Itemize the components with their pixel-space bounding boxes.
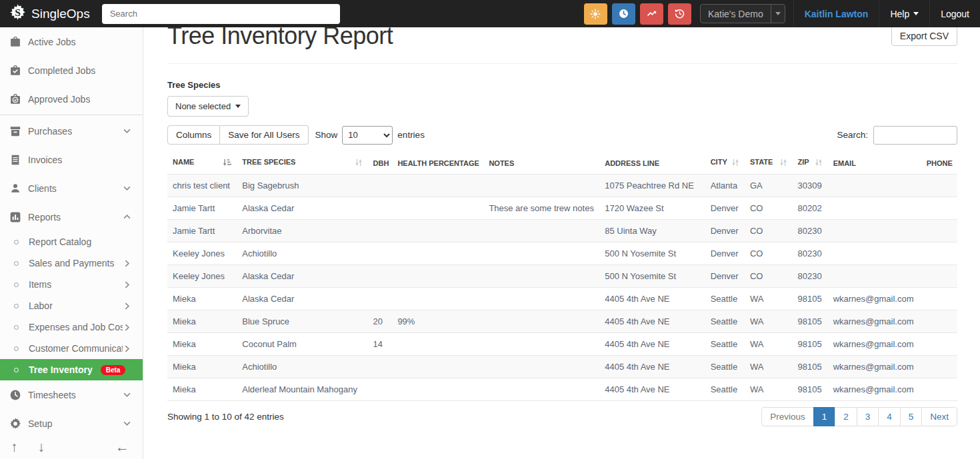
page-length-select[interactable]: 10	[342, 126, 393, 145]
sidebar-item-label: Purchases	[28, 126, 72, 137]
tree-species-filter-dropdown[interactable]: None selected	[167, 96, 249, 117]
chevron-down-icon	[123, 390, 131, 399]
clock-icon	[618, 8, 629, 19]
pagination-previous-button[interactable]: Previous	[761, 407, 814, 426]
sun-quick-button[interactable]	[584, 3, 607, 25]
collapse-sidebar-arrow-icon[interactable]: ←	[115, 439, 129, 455]
receipt-icon	[9, 154, 22, 166]
cell-zip: 98105	[793, 356, 828, 378]
cell-address-line: 500 N Yosemite St	[599, 242, 705, 265]
sidebar-item-approved-jobs[interactable]: Approved Jobs	[0, 85, 143, 113]
save-for-all-users-button[interactable]: Save for All Users	[220, 125, 308, 145]
brand-logo[interactable]: S SingleOps	[0, 4, 102, 24]
sidebar-item-label: Invoices	[28, 155, 62, 165]
entries-summary: Showing 1 to 10 of 42 entries	[167, 412, 284, 422]
pagination-page-4[interactable]: 4	[878, 407, 901, 426]
sidebar-item-items[interactable]: Items	[0, 274, 143, 295]
cell-tree-species: Big Sagebrush	[237, 175, 367, 197]
scroll-down-arrow-icon[interactable]: ↓	[38, 439, 45, 455]
column-header-zip[interactable]: ZIP	[793, 153, 828, 175]
sidebar-nav: Active JobsCompleted JobsApproved JobsPu…	[0, 27, 143, 459]
cell-state: WA	[745, 333, 793, 356]
sidebar-item-timesheets[interactable]: Timesheets	[0, 380, 143, 409]
columns-button[interactable]: Columns	[167, 125, 220, 145]
column-header-state[interactable]: STATE	[745, 153, 793, 175]
entries-label: entries	[397, 130, 425, 140]
account-caret-icon[interactable]	[771, 5, 785, 23]
cell-address-line: 85 Uinta Way	[599, 220, 705, 242]
trend-quick-button[interactable]	[640, 3, 663, 25]
global-search-input[interactable]	[102, 4, 340, 24]
sidebar-item-purchases[interactable]: Purchases	[0, 117, 143, 145]
sidebar-item-report-catalog[interactable]: Report Catalog	[0, 231, 143, 252]
pagination-page-1[interactable]: 1	[813, 407, 836, 426]
cell-tree-species: Alderleaf Mountain Mahogany	[237, 378, 367, 401]
sidebar-item-reports[interactable]: Reports	[0, 203, 143, 231]
sidebar-item-label: Labor	[29, 300, 53, 311]
bullet-icon	[14, 304, 19, 308]
cell-address-line: 1720 Wazee St	[599, 197, 705, 220]
export-csv-button[interactable]: Export CSV	[891, 26, 957, 46]
cell-state: WA	[745, 356, 793, 378]
user-profile-link[interactable]: Kaitlin Lawton	[793, 0, 879, 27]
sidebar-item-setup[interactable]: Setup	[0, 409, 143, 438]
sidebar-item-labor[interactable]: Labor	[0, 295, 143, 316]
pagination-page-3[interactable]: 3	[857, 407, 879, 426]
cell-health-percentage	[392, 197, 483, 220]
sidebar-item-active-jobs[interactable]: Active Jobs	[0, 27, 143, 56]
cell-city: Seattle	[705, 310, 745, 333]
pagination-next-button[interactable]: Next	[921, 407, 957, 426]
table-search-input[interactable]	[873, 126, 957, 145]
pagination-page-2[interactable]: 2	[835, 407, 857, 426]
sidebar-item-expenses-and-job-costing[interactable]: Expenses and Job Costing	[0, 316, 143, 338]
column-header-phone: PHONE	[921, 153, 957, 175]
cell-name: Keeley Jones	[167, 242, 237, 265]
cell-zip: 30309	[793, 175, 828, 197]
cell-state: CO	[745, 197, 793, 220]
bullet-icon	[14, 261, 19, 266]
bullet-icon	[14, 368, 19, 372]
cell-city: Seattle	[705, 378, 745, 401]
cell-state: CO	[745, 220, 793, 242]
briefcase-icon	[9, 36, 22, 48]
sidebar-item-clients[interactable]: Clients	[0, 174, 143, 203]
pagination-page-5[interactable]: 5	[900, 407, 923, 426]
sidebar-item-label: Reports	[28, 212, 61, 223]
cell-health-percentage	[392, 288, 483, 310]
history-quick-button[interactable]	[668, 3, 691, 25]
cell-phone	[921, 378, 957, 401]
cell-email	[828, 220, 921, 242]
cell-name: Mieka	[167, 333, 237, 356]
sidebar-item-completed-jobs[interactable]: Completed Jobs	[0, 56, 143, 85]
account-selector-dropdown[interactable]: Katie's Demo	[700, 4, 785, 23]
column-header-tree-species[interactable]: TREE SPECIES	[237, 153, 367, 175]
cell-name: chris test client	[167, 175, 237, 197]
sidebar-item-customer-communication[interactable]: Customer Communication	[0, 338, 143, 359]
scroll-up-arrow-icon[interactable]: ↑	[11, 439, 18, 455]
chevron-right-icon	[123, 259, 131, 268]
column-header-dbh: DBH	[368, 153, 393, 175]
column-label: ADDRESS LINE	[605, 159, 659, 167]
person-icon	[9, 183, 22, 195]
cell-state: CO	[745, 265, 793, 288]
sidebar-item-sales-and-payments[interactable]: Sales and Payments	[0, 252, 143, 274]
sidebar-item-invoices[interactable]: Invoices	[0, 145, 143, 174]
table-search-label: Search:	[837, 130, 868, 140]
cell-name: Jamie Tartt	[167, 220, 237, 242]
logout-button[interactable]: Logout	[929, 0, 980, 27]
cell-zip: 80230	[793, 220, 828, 242]
tree-inventory-table: NAMETREE SPECIESDBHHEALTH PERCENTAGENOTE…	[167, 153, 957, 401]
column-header-city[interactable]: CITY	[705, 153, 745, 175]
cell-city: Seattle	[705, 356, 745, 378]
column-header-name[interactable]: NAME	[167, 153, 237, 175]
table-row: MiekaAlaska Cedar4405 4th Ave NESeattleW…	[167, 288, 957, 310]
chevron-down-icon	[123, 127, 131, 135]
cell-email	[828, 197, 921, 220]
clock-quick-button[interactable]	[612, 3, 635, 25]
column-header-address-line: ADDRESS LINE	[599, 153, 705, 175]
help-menu[interactable]: Help	[879, 0, 929, 27]
sidebar-item-tree-inventory[interactable]: Tree InventoryBeta	[0, 359, 143, 380]
singleops-gear-logo-icon: S	[9, 4, 26, 24]
brand-name: SingleOps	[31, 7, 90, 21]
sidebar-item-label: Timesheets	[28, 390, 76, 400]
